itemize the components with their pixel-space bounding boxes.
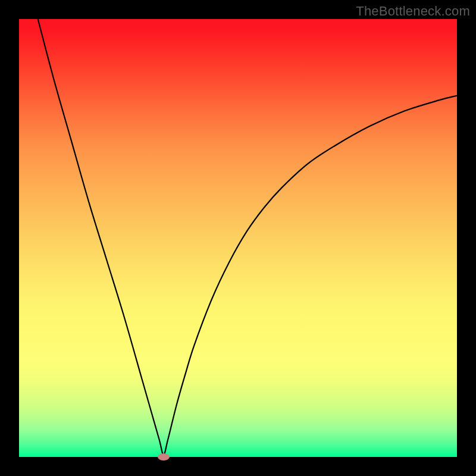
chart-frame: TheBottleneck.com bbox=[0, 0, 476, 476]
curve-path bbox=[38, 19, 457, 455]
bottleneck-curve bbox=[0, 0, 476, 476]
watermark-text: TheBottleneck.com bbox=[356, 4, 470, 19]
minimum-marker bbox=[158, 453, 170, 461]
